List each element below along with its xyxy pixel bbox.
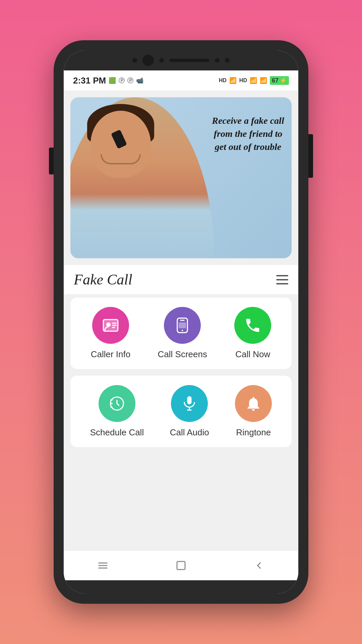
hd-icon-1: HD [219, 77, 227, 84]
camera-dot-right [159, 58, 164, 63]
mic-icon [181, 395, 198, 412]
schedule-call-icon-circle [99, 385, 135, 422]
hero-image: Receive a fake call from the friend to g… [70, 97, 292, 258]
caller-info-label: Caller Info [91, 349, 131, 360]
call-now-label: Call Now [235, 349, 270, 360]
camera-bar [64, 50, 298, 70]
hero-tagline: Receive a fake call from the friend to g… [211, 114, 285, 154]
signal-1: 📶 [229, 77, 237, 84]
schedule-call-button[interactable]: Schedule Call [90, 385, 144, 438]
svg-point-7 [182, 330, 183, 331]
camera-dot-left [132, 58, 137, 63]
speaker [169, 59, 209, 62]
call-now-button[interactable]: Call Now [234, 307, 271, 360]
bell-icon [245, 395, 262, 412]
back-nav-icon [253, 559, 265, 572]
status-right: HD 📶 HD 📶 📶 67 ⚡ [219, 76, 289, 85]
notification-icon-3: Ⓟ [127, 76, 133, 85]
call-audio-label: Call Audio [170, 427, 209, 438]
phone-screen: 2:31 PM 🟩 Ⓟ Ⓟ 📹 HD 📶 HD 📶 📶 67 ⚡ [64, 50, 298, 594]
call-audio-icon-circle [171, 385, 208, 422]
ringtone-icon-circle [235, 385, 272, 422]
app-content: Receive a fake call from the friend to g… [64, 91, 298, 550]
bottom-nav [64, 550, 298, 580]
menu-line-2 [276, 279, 288, 280]
nav-back-button[interactable] [243, 556, 275, 575]
call-audio-button[interactable]: Call Audio [170, 385, 209, 438]
battery-indicator: 67 ⚡ [270, 76, 289, 85]
signal-2: 📶 [250, 77, 257, 84]
ringtone-button[interactable]: Ringtone [235, 385, 272, 438]
notification-icon-4: 📹 [136, 77, 143, 84]
notification-icon-1: 🟩 [109, 77, 116, 84]
camera-main [142, 55, 154, 66]
feature-card-row-2: Schedule Call Call Audio [70, 376, 292, 447]
ringtone-label: Ringtone [236, 427, 271, 438]
nav-home-button[interactable] [87, 556, 119, 575]
app-title-bar: Fake Call [64, 265, 298, 294]
sensor-far-right [225, 58, 230, 63]
menu-button[interactable] [276, 275, 288, 284]
menu-line-1 [276, 275, 288, 276]
sensor-right [215, 58, 220, 63]
feature-card-row-1: Caller Info Call Screens [70, 298, 292, 369]
bottom-bezel [64, 580, 298, 594]
hd-icon-2: HD [239, 77, 247, 84]
call-screens-icon-circle [164, 307, 201, 344]
svg-rect-14 [187, 396, 192, 404]
call-screens-button[interactable]: Call Screens [158, 307, 207, 360]
svg-point-2 [106, 322, 111, 327]
wifi-icon: 📶 [260, 77, 267, 84]
status-bar: 2:31 PM 🟩 Ⓟ Ⓟ 📹 HD 📶 HD 📶 📶 67 ⚡ [64, 70, 298, 91]
caller-info-icon-circle [92, 307, 129, 344]
status-time: 2:31 PM [73, 75, 106, 86]
nav-recents-button[interactable] [165, 556, 197, 575]
svg-rect-9 [179, 322, 186, 328]
notification-icon-2: Ⓟ [119, 76, 125, 85]
caller-info-button[interactable]: Caller Info [91, 307, 131, 360]
battery-bolt: ⚡ [280, 77, 287, 84]
phone-device: 2:31 PM 🟩 Ⓟ Ⓟ 📹 HD 📶 HD 📶 📶 67 ⚡ [54, 40, 308, 604]
status-left: 2:31 PM 🟩 Ⓟ Ⓟ 📹 [73, 75, 143, 86]
phone-icon [244, 317, 261, 334]
battery-percent: 67 [272, 77, 279, 84]
square-nav-icon [175, 559, 187, 572]
menu-line-3 [276, 283, 288, 284]
app-title: Fake Call [74, 271, 132, 288]
phone-screen-icon [174, 317, 191, 334]
schedule-call-label: Schedule Call [90, 427, 144, 438]
hamburger-nav-icon [97, 559, 109, 572]
hero-text-box: Receive a fake call from the friend to g… [211, 114, 285, 154]
clock-list-icon [108, 395, 126, 412]
person-card-icon [102, 317, 119, 334]
svg-rect-20 [177, 561, 185, 570]
call-screens-label: Call Screens [158, 349, 207, 360]
call-now-icon-circle [234, 307, 271, 344]
